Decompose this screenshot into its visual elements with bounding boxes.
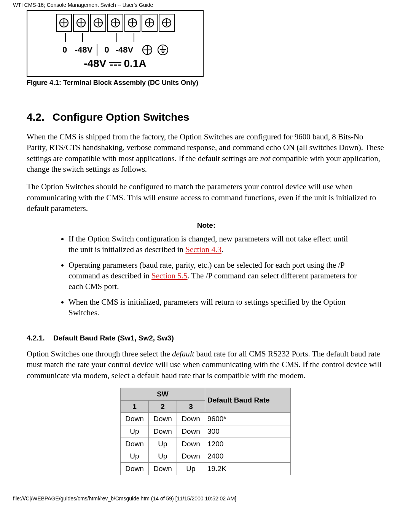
terminal-slot — [73, 14, 89, 32]
cell: Down — [149, 413, 177, 425]
terminal-slot — [56, 14, 72, 32]
figure-current-label: 0.1A — [124, 56, 147, 71]
tick-icon — [64, 33, 67, 42]
terminal-label: -48V — [114, 44, 135, 56]
figure-terminal-block: 0 -48V 0 -48V -48V 0.1A — [27, 10, 204, 77]
tick-icon — [132, 33, 136, 42]
page-footer: file:///C|/WEBPAGE/guides/cms/html/rev_b… — [0, 475, 411, 506]
link-section-4-3[interactable]: Section 4.3 — [185, 245, 221, 254]
table-header-sw: SW — [121, 388, 205, 401]
cell: 9600* — [205, 413, 291, 425]
paragraph: Option Switches one through three select… — [27, 348, 384, 381]
cell: 19.2K — [205, 462, 291, 475]
figure-caption: Figure 4.1: Terminal Block Assembly (DC … — [27, 78, 384, 87]
text-run: When the CMS is initialized, parameters … — [68, 297, 346, 317]
text-run: Option Switches one through three select… — [27, 349, 172, 358]
page-header: WTI CMS-16; Console Management Switch --… — [0, 0, 411, 10]
cell: Up — [149, 450, 177, 463]
cell: 1200 — [205, 438, 291, 450]
screw-icon — [142, 45, 153, 55]
table-row: Down Down Down 9600* — [121, 413, 291, 425]
terminal-slot — [142, 14, 158, 32]
section-heading: 4.2.Configure Option Switches — [27, 110, 384, 125]
screw-icon — [76, 18, 86, 28]
cell: Down — [121, 413, 149, 425]
cell: Down — [121, 438, 149, 450]
text-run: . — [221, 245, 223, 254]
cell: Up — [121, 450, 149, 463]
subsection-number: 4.2.1. — [27, 333, 53, 343]
note-list: If the Option Switch configuration is ch… — [56, 233, 357, 318]
list-item: When the CMS is initialized, parameters … — [68, 297, 357, 318]
terminal-slot — [159, 14, 175, 32]
paragraph: The Option Switches should be configured… — [27, 181, 384, 214]
table-header-col3: 3 — [177, 400, 205, 413]
section-number: 4.2. — [27, 110, 53, 125]
table-header-col1: 1 — [121, 400, 149, 413]
terminal-slot — [90, 14, 106, 32]
cell: 2400 — [205, 450, 291, 463]
baud-rate-table: SW Default Baud Rate 1 2 3 Down Down Dow… — [120, 388, 291, 475]
screw-icon — [110, 18, 120, 28]
tick-icon — [115, 33, 119, 42]
emphasis: not — [260, 154, 271, 163]
table-row: Up Down Down 300 — [121, 425, 291, 438]
tick-icon — [81, 33, 84, 42]
subsection-heading: 4.2.1.Default Baud Rate (Sw1, Sw2, Sw3) — [27, 333, 384, 343]
table-row: Up Up Down 2400 — [121, 450, 291, 463]
cell: 300 — [205, 425, 291, 438]
table-header-col2: 2 — [149, 400, 177, 413]
cell: Down — [177, 425, 205, 438]
screw-icon — [93, 18, 103, 28]
screw-icon — [59, 18, 69, 28]
figure-voltage-label: -48V — [84, 56, 106, 71]
terminal-label: -48V — [73, 44, 94, 56]
table-row: Down Up Down 1200 — [121, 438, 291, 450]
emphasis: default — [172, 349, 194, 358]
screw-icon — [127, 18, 137, 28]
cell: Up — [121, 425, 149, 438]
cell: Down — [177, 450, 205, 463]
cell: Down — [149, 425, 177, 438]
list-item: Operating parameters (baud rate, parity,… — [68, 260, 357, 292]
screw-icon — [145, 18, 155, 28]
note-heading: Note: — [56, 220, 357, 230]
cell: Down — [149, 462, 177, 475]
ground-icon — [157, 44, 169, 56]
cell: Down — [121, 462, 149, 475]
subsection-title: Default Baud Rate (Sw1, Sw2, Sw3) — [53, 334, 174, 342]
divider-icon — [97, 44, 97, 56]
paragraph: When the CMS is shipped from the factory… — [27, 131, 384, 174]
terminal-label: 0 — [56, 44, 73, 56]
section-title: Configure Option Switches — [53, 111, 189, 123]
screw-icon — [162, 18, 172, 28]
table-header-rate: Default Baud Rate — [205, 388, 291, 413]
terminal-slot — [124, 14, 140, 32]
cell: Up — [177, 462, 205, 475]
terminal-slot — [107, 14, 123, 32]
cell: Down — [177, 438, 205, 450]
list-item: If the Option Switch configuration is ch… — [68, 233, 357, 255]
terminal-label: 0 — [100, 44, 114, 56]
dc-source-icon — [109, 60, 122, 67]
cell: Up — [149, 438, 177, 450]
cell: Down — [177, 413, 205, 425]
link-section-5-5[interactable]: Section 5.5 — [151, 271, 188, 280]
table-row: Down Down Up 19.2K — [121, 462, 291, 475]
